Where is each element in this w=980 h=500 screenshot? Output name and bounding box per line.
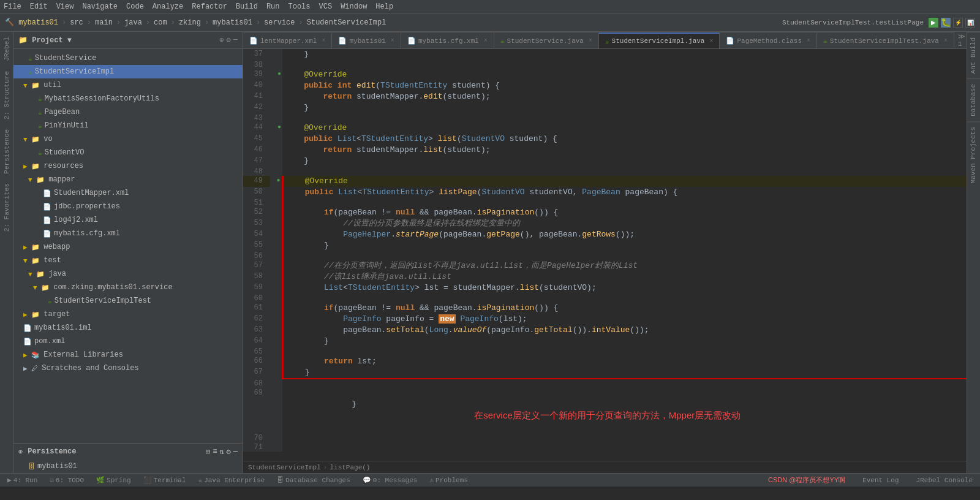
tree-resources[interactable]: ▶ 📁 resources xyxy=(13,159,243,173)
menu-code[interactable]: Code xyxy=(126,2,144,11)
toolbar-project[interactable]: 🔨 mybatis01 xyxy=(5,18,58,27)
menu-analyze[interactable]: Analyze xyxy=(153,2,183,11)
tab-close-studentserviceimpl[interactable]: × xyxy=(709,38,713,45)
menu-view[interactable]: View xyxy=(56,2,74,11)
bottom-tab-messages[interactable]: 💬 0: Messages xyxy=(358,475,423,485)
left-panel-favorites[interactable]: 2: Favorites xyxy=(2,178,12,237)
left-panel-persistence[interactable]: Persistence xyxy=(2,124,12,179)
tab-close-studentservice[interactable]: × xyxy=(589,37,592,44)
bottom-tab-problems[interactable]: ⚠ Problems xyxy=(424,475,472,485)
menu-build[interactable]: Build xyxy=(236,2,258,11)
coverage-button[interactable]: ⚡ xyxy=(953,18,963,28)
persist-view-icon[interactable]: ⊞ xyxy=(206,447,210,456)
left-panel-jrebel[interactable]: JRebel xyxy=(2,32,12,66)
bottom-tab-run[interactable]: ▶ 4: Run xyxy=(2,475,42,485)
toolbar-mybatis01[interactable]: mybatis01 xyxy=(213,18,252,27)
menu-window[interactable]: Window xyxy=(341,2,367,11)
toolbar-main[interactable]: main xyxy=(95,18,113,27)
persist-close-icon[interactable]: — xyxy=(233,447,238,456)
menu-edit[interactable]: Edit xyxy=(30,2,48,11)
tree-scratches[interactable]: ▶ 🖊 Scratches and Consoles xyxy=(13,362,243,375)
tab-student-service-impl-test[interactable]: ☕ StudentServiceImplTest.java × xyxy=(817,32,954,48)
menu-navigate[interactable]: Navigate xyxy=(82,2,118,11)
toolbar-java[interactable]: java xyxy=(124,18,142,27)
tree-com-zking[interactable]: ▼ 📁 com.zking.mybatis01.service xyxy=(13,281,243,294)
toolbar-service[interactable]: service xyxy=(264,18,295,27)
tree-studentvo[interactable]: ☕ StudentVO xyxy=(13,146,243,159)
right-panel-ant[interactable]: Ant Build xyxy=(967,32,980,78)
persist-list-icon[interactable]: ≡ xyxy=(213,447,217,456)
tree-pagebean[interactable]: ☕ PageBean xyxy=(13,105,243,119)
menu-run[interactable]: Run xyxy=(266,2,280,11)
tab-close-mybatiscfg[interactable]: × xyxy=(484,37,488,44)
menu-file[interactable]: File xyxy=(4,2,21,11)
tree-external-libraries[interactable]: ▶ 📚 External Libraries xyxy=(13,348,243,362)
menu-refactor[interactable]: Refactor xyxy=(192,2,227,11)
tree-jdbc-properties[interactable]: 📄 jdbc.properties xyxy=(13,200,243,213)
tab-close-mybatis01[interactable]: × xyxy=(391,37,394,44)
tree-student-impl-test[interactable]: ☕ StudentServiceImplTest xyxy=(13,294,243,308)
code-line-38: 38 xyxy=(243,60,967,69)
tree-iml[interactable]: 📄 mybatis01.iml xyxy=(13,321,243,335)
bottom-tab-db-changes[interactable]: 🗄 Database Changes xyxy=(272,475,355,485)
right-panel-maven[interactable]: Maven Projects xyxy=(967,121,980,188)
tab-pagemethod[interactable]: 📄 PageMethod.class × xyxy=(720,32,817,48)
tab-student-service[interactable]: ☕ StudentService.java × xyxy=(494,32,599,48)
tab-student-service-impl[interactable]: ☕ StudentServiceImpl.java × xyxy=(599,32,720,48)
bottom-tab-spring[interactable]: 🌿 Spring xyxy=(91,475,136,485)
tree-util[interactable]: ▼ 📁 util xyxy=(13,78,243,92)
code-area[interactable]: 37 } 38 39 ● @Override xyxy=(243,49,967,461)
menu-help[interactable]: Help xyxy=(375,2,393,11)
sidebar-sync-icon[interactable]: ⊕ xyxy=(219,36,224,45)
profile-button[interactable]: 📊 xyxy=(965,18,975,28)
tree-student-service-impl[interactable]: ☕ StudentServiceImpl xyxy=(13,65,243,78)
sidebar-collapse-icon[interactable]: — xyxy=(233,36,238,45)
toolbar-run-area: StudentServiceImplTest.testListPage ▶ 🐛 … xyxy=(782,18,975,28)
tree-pinyinutil[interactable]: ☕ PinYinUtil xyxy=(13,119,243,132)
tab-mybatis01[interactable]: 📄 mybatis01 × xyxy=(332,32,401,48)
tab-mybatis-cfg[interactable]: 📄 mybatis.cfg.xml × xyxy=(401,32,494,48)
code-line-69: 69 } 在service层定义一个新的用于分页查询的方法，Mpper层无需改动 xyxy=(243,388,967,433)
tree-java[interactable]: ▼ 📁 java xyxy=(13,267,243,281)
tree-log4j2[interactable]: 📄 log4j2.xml xyxy=(13,213,243,227)
bottom-tab-todo[interactable]: ☑ 6: TODO xyxy=(45,475,89,485)
tree-student-service[interactable]: ☕ StudentService xyxy=(13,51,243,65)
project-title[interactable]: 📁 Project ▼ xyxy=(18,36,72,45)
toolbar-class[interactable]: StudentServiceImpl xyxy=(307,18,386,27)
left-panel-structure[interactable]: 2: Structure xyxy=(2,66,12,124)
tree-student-mapper-xml[interactable]: 📄 StudentMapper.xml xyxy=(13,186,243,200)
menu-vcs[interactable]: VCS xyxy=(319,2,333,11)
tree-mybatis-cfg[interactable]: 📄 mybatis.cfg.xml xyxy=(13,227,243,240)
tree-vo[interactable]: ▼ 📁 vo xyxy=(13,132,243,146)
tab-close-lentmapper[interactable]: × xyxy=(322,37,325,44)
breadcrumb-method[interactable]: listPage() xyxy=(330,464,370,471)
persist-sort-icon[interactable]: ⇅ xyxy=(219,447,224,456)
code-line-71: 71 xyxy=(243,442,967,452)
toolbar-com[interactable]: com xyxy=(154,18,167,27)
bottom-tab-terminal[interactable]: ⬛ Terminal xyxy=(138,475,191,485)
debug-button[interactable]: 🐛 xyxy=(941,18,951,28)
toolbar-src[interactable]: src xyxy=(70,18,83,27)
breadcrumb-class[interactable]: StudentServiceImpl xyxy=(248,464,321,471)
toolbar-zking[interactable]: zking xyxy=(179,18,201,27)
right-panel-database[interactable]: Database xyxy=(967,78,980,121)
tab-close-pagemethod[interactable]: × xyxy=(807,37,810,44)
tree-mybatis-session[interactable]: ☕ MybatisSessionFactoryUtils xyxy=(13,92,243,105)
tree-mapper[interactable]: ▼ 📁 mapper xyxy=(13,173,243,186)
tree-pom[interactable]: 📄 pom.xml xyxy=(13,335,243,348)
sidebar-settings-icon[interactable]: ⚙ xyxy=(227,36,231,45)
tree-test[interactable]: ▼ 📁 test xyxy=(13,254,243,267)
run-button[interactable]: ▶ xyxy=(929,18,938,28)
menu-tools[interactable]: Tools xyxy=(288,2,311,11)
tree-target[interactable]: ▶ 📁 target xyxy=(13,308,243,321)
run-config-label[interactable]: StudentServiceImplTest.testListPage xyxy=(782,19,924,26)
tab-close-studentserviceimpltest[interactable]: × xyxy=(944,37,948,44)
bottom-tab-jrebel-console[interactable]: JRebel Console xyxy=(911,474,978,486)
persist-settings-icon[interactable]: ⚙ xyxy=(227,447,231,456)
tree-webapp[interactable]: ▶ 📁 webapp xyxy=(13,240,243,254)
bottom-tab-java-enterprise[interactable]: ☕ Java Enterprise xyxy=(194,475,270,485)
tab-lentmapper[interactable]: 📄 lentMapper.xml × xyxy=(243,32,332,48)
persistence-header[interactable]: ⊕ Persistence ⊞ ≡ ⇅ ⚙ — xyxy=(13,444,243,460)
bottom-tab-event-log[interactable]: Event Log xyxy=(858,474,903,486)
persistence-mybatis01[interactable]: 🗄 mybatis01 xyxy=(13,460,243,473)
